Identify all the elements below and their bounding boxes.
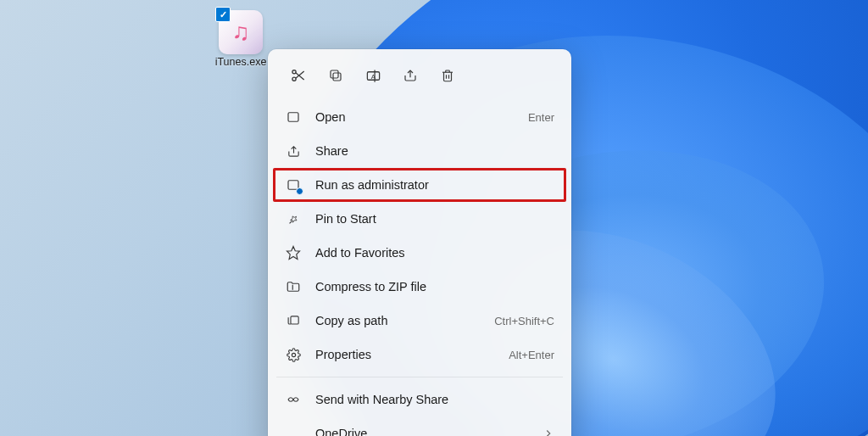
menu-label: Run as administrator [315, 178, 552, 192]
rename-icon: A [365, 68, 381, 84]
menu-shortcut: Enter [528, 111, 554, 124]
svg-line-3 [296, 71, 304, 78]
open-icon [285, 109, 302, 126]
share-icon [285, 143, 302, 159]
menu-item-compress-zip[interactable]: Compress to ZIP file [273, 270, 566, 304]
svg-point-19 [292, 353, 295, 356]
svg-rect-12 [288, 113, 298, 122]
menu-item-run-as-administrator[interactable]: Run as administrator [273, 168, 566, 202]
chevron-right-icon [542, 428, 554, 436]
menu-shortcut: Alt+Enter [509, 349, 554, 361]
menu-item-properties[interactable]: Properties Alt+Enter [273, 338, 566, 372]
menu-item-nearby-share[interactable]: Send with Nearby Share [273, 383, 566, 416]
menu-label: Properties [315, 348, 509, 361]
menu-separator [276, 377, 563, 377]
zip-folder-icon [285, 278, 302, 295]
cut-button[interactable] [281, 59, 315, 92]
star-icon [285, 244, 302, 261]
scissors-icon [290, 67, 307, 84]
copy-button[interactable] [319, 59, 353, 92]
svg-line-15 [289, 221, 292, 223]
menu-item-add-to-favorites[interactable]: Add to Favorites [273, 236, 566, 270]
svg-rect-18 [290, 316, 298, 323]
copy-icon [328, 68, 343, 83]
svg-marker-16 [287, 247, 300, 260]
svg-text:A: A [370, 72, 376, 80]
share-button[interactable] [393, 59, 427, 92]
svg-rect-5 [331, 70, 338, 78]
onedrive-icon [285, 425, 302, 436]
menu-label: Open [315, 110, 528, 124]
delete-button[interactable] [431, 59, 465, 92]
menu-label: Add to Favorites [315, 246, 554, 260]
menu-item-copy-as-path[interactable]: Copy as path Ctrl+Shift+C [273, 304, 566, 338]
pin-icon [285, 210, 302, 227]
quick-action-bar: A [273, 54, 566, 100]
menu-item-share[interactable]: Share [273, 134, 566, 168]
menu-label: Copy as path [315, 314, 494, 327]
menu-item-onedrive[interactable]: OneDrive [273, 416, 566, 436]
menu-shortcut: Ctrl+Shift+C [494, 315, 554, 327]
selection-checkmark-icon: ✓ [215, 7, 231, 22]
context-menu: A Open Enter Share Run as administrator [268, 49, 571, 436]
share-icon [403, 68, 418, 83]
rename-button[interactable]: A [356, 59, 390, 92]
shield-admin-icon [285, 176, 302, 193]
menu-item-open[interactable]: Open Enter [273, 100, 566, 134]
svg-line-2 [296, 73, 304, 80]
menu-label: Pin to Start [315, 212, 554, 226]
menu-label: Compress to ZIP file [315, 280, 554, 293]
itunes-app-icon: ✓ ♫ [219, 10, 263, 54]
menu-label: Share [315, 144, 554, 158]
copy-path-icon [285, 312, 302, 329]
menu-label: OneDrive [315, 427, 542, 436]
trash-icon [440, 68, 455, 83]
menu-item-pin-to-start[interactable]: Pin to Start [273, 202, 566, 236]
properties-icon [285, 346, 302, 363]
svg-rect-4 [333, 73, 341, 81]
nearby-share-icon [285, 391, 302, 408]
menu-label: Send with Nearby Share [315, 393, 554, 406]
